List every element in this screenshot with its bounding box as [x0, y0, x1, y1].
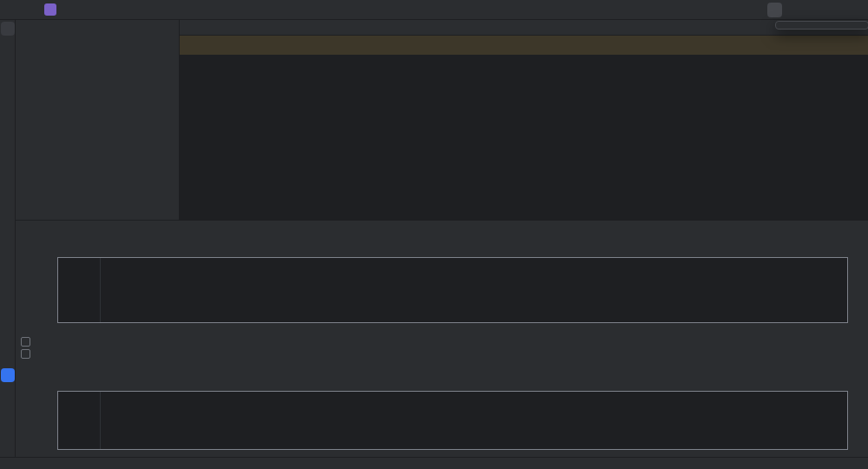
project-panel-header[interactable] — [16, 20, 179, 35]
more-actions-icon[interactable] — [687, 4, 698, 16]
chevron-right-icon — [20, 460, 27, 467]
structure-icon — [3, 89, 13, 99]
main-menu-icon[interactable] — [25, 4, 36, 16]
structure-tool-button[interactable] — [1, 87, 15, 101]
layout-settings-icon[interactable] — [800, 225, 811, 235]
uppercase-option[interactable] — [21, 337, 35, 347]
chevron-down-icon — [88, 6, 95, 13]
nodejs-icon — [188, 40, 199, 50]
problems-tool-button[interactable] — [1, 438, 15, 452]
input-side-actions — [852, 262, 861, 286]
loop-icon — [76, 325, 86, 334]
app-logo-icon — [5, 3, 17, 16]
minimize-button[interactable] — [799, 4, 809, 15]
result-side-actions — [852, 396, 861, 419]
terminal-icon — [3, 418, 13, 428]
project-avatar — [44, 3, 56, 16]
maximize-button[interactable] — [825, 4, 836, 15]
run-circle-icon — [3, 394, 13, 405]
result-gutter — [58, 392, 101, 449]
title-bar-actions — [623, 3, 863, 17]
toolset-icon — [3, 370, 13, 380]
editor-area — [180, 20, 868, 220]
bulk-checkbox — [21, 349, 30, 359]
project-panel — [16, 20, 180, 220]
toolset-tab-bar — [16, 221, 868, 240]
chevron-down-icon — [628, 6, 635, 13]
check-icon[interactable] — [770, 56, 779, 65]
search-everywhere-icon[interactable] — [746, 4, 758, 16]
html-file-icon — [31, 460, 38, 467]
clear-icon[interactable] — [852, 277, 861, 286]
project-widget-icon — [4, 460, 11, 467]
rustrover-window — [0, 0, 868, 469]
eye-off-icon[interactable] — [755, 56, 765, 65]
more-icon — [3, 111, 13, 122]
toolset-tool-button[interactable] — [1, 368, 15, 382]
more-options-icon[interactable] — [819, 225, 829, 235]
loop-option[interactable] — [76, 325, 90, 334]
uppercase-checkbox — [21, 337, 30, 347]
inspection-widget — [755, 56, 779, 65]
result-panel[interactable] — [57, 391, 848, 450]
code-editor[interactable] — [180, 54, 868, 220]
status-bar — [0, 457, 868, 469]
hide-tool-window-icon[interactable] — [837, 225, 847, 235]
input-panel[interactable] — [57, 257, 848, 323]
paste-icon[interactable] — [852, 262, 861, 271]
clear-result-icon[interactable] — [852, 411, 861, 419]
folder-icon — [3, 23, 13, 34]
more-tool-windows-button[interactable] — [1, 109, 15, 123]
input-gutter — [58, 258, 101, 322]
encrypt-subtabs — [16, 240, 868, 255]
project-tool-button[interactable] — [1, 22, 15, 36]
settings-popup-menu — [775, 21, 868, 30]
left-tool-strip — [0, 20, 16, 457]
bulk-option[interactable] — [21, 349, 35, 359]
close-button[interactable] — [852, 4, 863, 15]
copy-icon[interactable] — [852, 396, 861, 405]
debug-button[interactable] — [666, 4, 677, 16]
code-with-me-icon[interactable] — [726, 4, 737, 16]
nodejs-banner — [180, 36, 868, 55]
run-tool-button[interactable] — [1, 393, 15, 406]
chevron-down-icon — [27, 27, 34, 34]
editor-tab-bar — [180, 20, 868, 36]
tool-window-actions — [800, 225, 847, 235]
problems-icon — [3, 439, 13, 450]
chevron-down-icon — [66, 6, 73, 13]
settings-button[interactable] — [767, 3, 782, 17]
gear-icon — [769, 4, 780, 16]
toolset-tool-window — [16, 220, 868, 457]
title-bar — [0, 0, 868, 20]
terminal-tool-button[interactable] — [1, 416, 15, 430]
run-button[interactable] — [645, 4, 656, 16]
